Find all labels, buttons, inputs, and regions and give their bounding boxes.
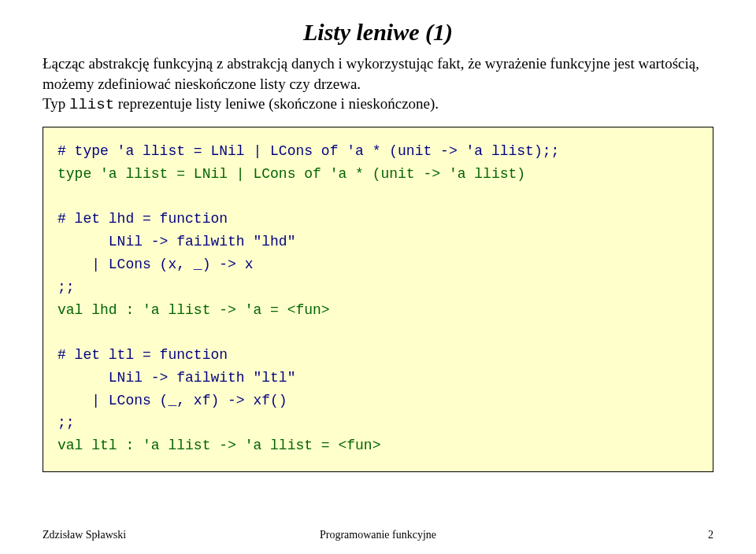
code-line-12: | LCons (_, xf) -> xf(): [57, 393, 287, 408]
desc-text-2a: Typ: [43, 95, 69, 112]
footer: Zdzisław Spławski Programowanie funkcyjn…: [43, 529, 713, 541]
code-line-13: ;;: [57, 415, 75, 430]
code-line-11: LNil -> failwith "ltl": [57, 370, 295, 386]
code-line-2: type 'a llist = LNil | LCons of 'a * (un…: [57, 166, 525, 182]
code-line-5: LNil -> failwith "lhd": [57, 234, 295, 249]
desc-text-2b: reprezentuje listy leniwe (skończone i n…: [114, 95, 439, 112]
page-title: Listy leniwe (1): [43, 19, 713, 46]
desc-mono: llist: [69, 96, 114, 113]
page-content: Listy leniwe (1) Łącząc abstrakcję funkc…: [0, 0, 756, 472]
description: Łącząc abstrakcję funkcyjną z abstrakcją…: [43, 54, 713, 116]
code-block: # type 'a llist = LNil | LCons of 'a * (…: [43, 127, 713, 472]
code-line-4: # let lhd = function: [57, 211, 228, 227]
desc-text-1: Łącząc abstrakcję funkcyjną z abstrakcją…: [43, 55, 699, 92]
code-line-14: val ltl : 'a llist -> 'a llist = <fun>: [57, 438, 380, 453]
code-line-6: | LCons (x, _) -> x: [57, 257, 253, 272]
code-line-10: # let ltl = function: [57, 347, 228, 363]
code-line-7: ;;: [57, 279, 75, 295]
code-line-1: # type 'a llist = LNil | LCons of 'a * (…: [57, 143, 559, 159]
footer-center: Programowanie funkcyjne: [43, 529, 713, 541]
code-line-8: val lhd : 'a llist -> 'a = <fun>: [57, 302, 330, 318]
